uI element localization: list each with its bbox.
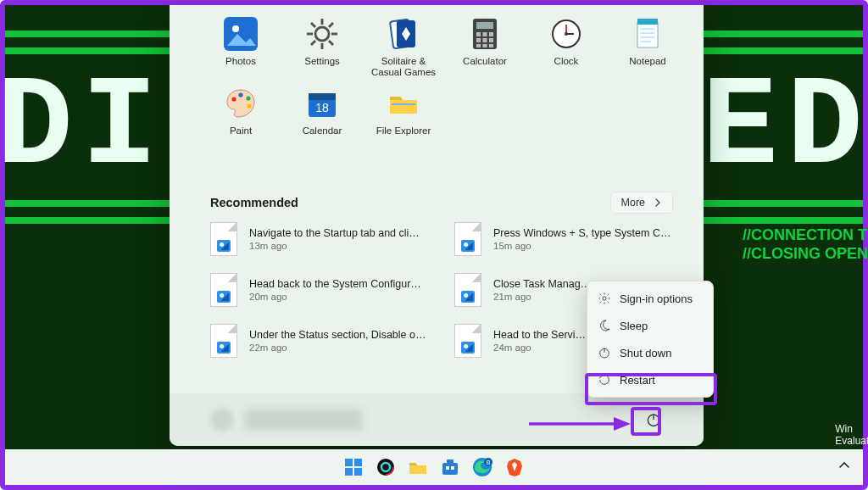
svg-rect-14 bbox=[476, 22, 493, 29]
taskbar-brave[interactable] bbox=[503, 455, 526, 479]
folder-icon bbox=[408, 457, 428, 477]
svg-rect-21 bbox=[476, 44, 481, 47]
store-icon bbox=[440, 457, 460, 477]
avatar bbox=[210, 408, 234, 432]
app-notepad[interactable]: Notepad bbox=[607, 17, 688, 78]
app-photos[interactable]: Photos bbox=[200, 17, 281, 78]
restart-icon bbox=[598, 373, 611, 387]
svg-rect-59 bbox=[451, 466, 454, 470]
bg-word-left: DI bbox=[0, 56, 166, 200]
cards-icon bbox=[387, 17, 420, 51]
calendar-icon: 18 bbox=[305, 86, 339, 120]
taskbar-edge[interactable]: B bbox=[470, 455, 494, 479]
svg-rect-49 bbox=[345, 459, 353, 466]
windows-watermark: Win Evaluati bbox=[835, 423, 868, 447]
app-file-explorer[interactable]: File Explorer bbox=[363, 86, 444, 136]
app-label: File Explorer bbox=[376, 125, 431, 136]
taskbar-search-button[interactable] bbox=[374, 455, 398, 479]
bg-terminal-text: //CONNECTION TER //CLOSING OPEN P bbox=[743, 226, 868, 263]
recommended-title: Head to the Servi… bbox=[493, 329, 586, 341]
chevron-up-icon bbox=[837, 459, 851, 472]
document-icon bbox=[454, 324, 481, 358]
svg-rect-51 bbox=[345, 468, 353, 476]
signin-options-label: Sign-in options bbox=[620, 292, 693, 305]
svg-point-27 bbox=[565, 32, 568, 36]
app-label: Calendar bbox=[303, 125, 342, 136]
recommended-item[interactable]: Under the Status section, Disable o…22m … bbox=[210, 324, 429, 358]
recommended-time: 13m ago bbox=[249, 241, 420, 251]
app-settings[interactable]: Settings bbox=[281, 17, 363, 78]
svg-point-37 bbox=[247, 103, 251, 108]
svg-rect-16 bbox=[483, 32, 487, 36]
app-label: Paint bbox=[230, 125, 252, 136]
gear-icon bbox=[305, 17, 339, 51]
svg-point-44 bbox=[603, 297, 606, 300]
svg-rect-39 bbox=[309, 93, 336, 100]
svg-rect-50 bbox=[354, 459, 362, 466]
recommended-item[interactable]: Head back to the System Configur…20m ago bbox=[210, 273, 429, 307]
svg-rect-17 bbox=[489, 32, 493, 36]
recommended-title: Navigate to the Startup tab and cli… bbox=[249, 227, 420, 239]
annotation-arrow bbox=[529, 415, 631, 432]
recommended-title: Head back to the System Configur… bbox=[249, 278, 421, 290]
power-button[interactable] bbox=[644, 410, 663, 429]
app-calculator[interactable]: Calculator bbox=[444, 17, 526, 78]
app-label: Clock bbox=[554, 56, 579, 67]
taskbar-file-explorer[interactable] bbox=[406, 455, 430, 479]
shutdown-label: Shut down bbox=[620, 347, 671, 359]
svg-point-1 bbox=[232, 25, 239, 32]
more-button[interactable]: More bbox=[610, 192, 673, 214]
app-label: Settings bbox=[304, 56, 340, 67]
clock-icon bbox=[549, 17, 583, 51]
svg-rect-18 bbox=[476, 38, 481, 42]
windows-start-icon bbox=[343, 457, 364, 477]
moon-icon bbox=[598, 319, 611, 332]
app-solitaire-casual-games[interactable]: Solitaire & Casual Games bbox=[363, 17, 444, 78]
restart-label: Restart bbox=[620, 374, 655, 387]
recommended-item[interactable]: Navigate to the Startup tab and cli…13m … bbox=[210, 222, 429, 256]
user-account-button[interactable] bbox=[210, 408, 363, 432]
search-loop-icon bbox=[376, 457, 396, 477]
sleep-item[interactable]: Sleep bbox=[587, 312, 713, 339]
signin-options-item[interactable]: Sign-in options bbox=[587, 285, 713, 312]
more-button-label: More bbox=[621, 197, 645, 209]
svg-text:18: 18 bbox=[315, 101, 329, 114]
svg-marker-48 bbox=[614, 417, 631, 431]
recommended-time: 22m ago bbox=[249, 342, 426, 353]
recommended-heading: Recommended bbox=[210, 196, 298, 209]
restart-item[interactable]: Restart bbox=[587, 366, 713, 393]
svg-line-9 bbox=[311, 41, 315, 45]
recommended-title: Press Windows + S, type System C… bbox=[493, 227, 670, 239]
app-label: Calculator bbox=[463, 56, 507, 67]
brave-icon bbox=[504, 457, 525, 477]
svg-line-10 bbox=[329, 23, 333, 27]
taskbar-tray-expand[interactable] bbox=[837, 459, 851, 476]
taskbar: B bbox=[5, 449, 863, 485]
calculator-icon bbox=[468, 17, 502, 51]
svg-rect-56 bbox=[442, 463, 458, 475]
edge-icon: B bbox=[472, 457, 492, 477]
svg-rect-23 bbox=[489, 44, 493, 47]
svg-rect-19 bbox=[483, 38, 487, 42]
notepad-icon bbox=[631, 17, 665, 51]
taskbar-start-button[interactable] bbox=[342, 455, 365, 479]
app-label: Photos bbox=[225, 56, 256, 67]
file-explorer-icon bbox=[387, 86, 420, 120]
chevron-right-icon bbox=[654, 198, 662, 207]
svg-rect-57 bbox=[447, 459, 453, 464]
app-clock[interactable]: Clock bbox=[526, 17, 607, 78]
paint-icon bbox=[224, 86, 258, 120]
recommended-item[interactable]: Press Windows + S, type System C…15m ago bbox=[454, 222, 673, 256]
svg-rect-52 bbox=[354, 468, 362, 476]
svg-rect-41 bbox=[392, 103, 415, 105]
taskbar-ms-store[interactable] bbox=[438, 455, 462, 479]
svg-point-36 bbox=[246, 96, 250, 100]
app-label: Notepad bbox=[629, 56, 665, 67]
power-icon bbox=[645, 411, 662, 428]
app-paint[interactable]: Paint bbox=[200, 86, 281, 136]
svg-point-2 bbox=[315, 27, 329, 41]
app-calendar[interactable]: 18Calendar bbox=[281, 86, 363, 136]
shutdown-item[interactable]: Shut down bbox=[587, 339, 713, 366]
svg-rect-29 bbox=[637, 19, 658, 25]
document-icon bbox=[454, 273, 481, 307]
